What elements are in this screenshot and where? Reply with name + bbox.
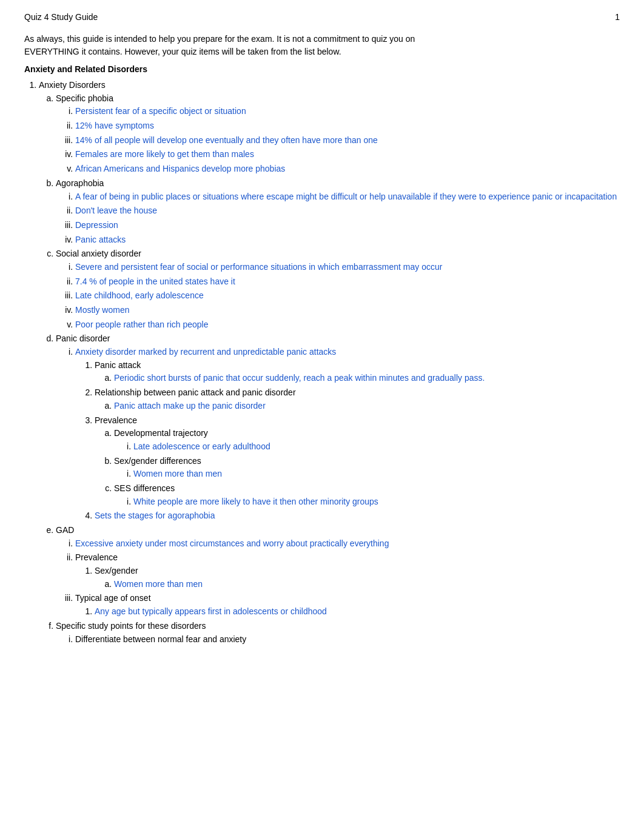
social-anxiety-items: Severe and persistent fear of social or … [56, 261, 620, 331]
list-item: Prevalence Sex/gender Women more than me… [75, 551, 620, 591]
sex-gender-subs: Women more than men [114, 468, 620, 481]
list-item-panic-disorder: Panic disorder Anxiety disorder marked b… [56, 332, 620, 523]
list-item: 12% have symptoms [75, 119, 620, 133]
list-item-specific-phobia: Specific phobia Persistent fear of a spe… [56, 92, 620, 176]
prevalence-subs: Developmental trajectory Late adolescenc… [95, 427, 620, 508]
intro-text: As always, this guide is intended to hel… [24, 33, 620, 58]
list-item: Late adolescence or early adulthood [133, 440, 620, 454]
list-item-anxiety-disorders: Anxiety Disorders Specific phobia Persis… [39, 79, 620, 646]
page-number: 1 [615, 12, 620, 22]
list-item: Anxiety disorder marked by recurrent and… [75, 346, 620, 523]
list-item: Relationship between panic attack and pa… [95, 386, 620, 412]
list-item: Women more than men [114, 578, 620, 591]
list-item-social-anxiety: Social anxiety disorder Severe and persi… [56, 247, 620, 331]
list-item: African Americans and Hispanics develop … [75, 163, 620, 176]
list-item: Late childhood, early adolescence [75, 289, 620, 303]
list-item-agoraphobia: Agoraphobia A fear of being in public pl… [56, 177, 620, 246]
panic-disorder-items: Anxiety disorder marked by recurrent and… [56, 346, 620, 523]
list-item: Females are more likely to get them than… [75, 148, 620, 161]
list-item: Excessive anxiety under most circumstanc… [75, 537, 620, 551]
specific-phobia-items: Persistent fear of a specific object or … [56, 105, 620, 175]
gad-items: Excessive anxiety under most circumstanc… [56, 537, 620, 619]
list-item: 14% of all people will develop one event… [75, 134, 620, 147]
list-item: Prevalence Developmental trajectory Late… [95, 414, 620, 509]
ses-subs: White people are more likely to have it … [114, 495, 620, 509]
gad-prevalence: Sex/gender Women more than men [75, 565, 620, 591]
panic-attack-subs: Periodic short bursts of panic that occu… [95, 372, 620, 385]
dev-traj-subs: Late adolescence or early adulthood [114, 440, 620, 454]
list-item: White people are more likely to have it … [133, 495, 620, 509]
main-list: Anxiety Disorders Specific phobia Persis… [24, 79, 620, 646]
list-item: Developmental trajectory Late adolescenc… [114, 427, 620, 453]
gad-age-onset: Any age but typically appears first in a… [75, 605, 620, 619]
list-item: SES differences White people are more li… [114, 482, 620, 508]
list-item: Sex/gender Women more than men [95, 565, 620, 591]
list-item: Any age but typically appears first in a… [95, 605, 620, 619]
list-item: Sets the stages for agoraphobia [95, 509, 620, 523]
list-item: Mostly women [75, 304, 620, 317]
list-item: Sex/gender differences Women more than m… [114, 455, 620, 481]
list-item: Panic attacks [75, 233, 620, 247]
list-item: 7.4 % of people in the united states hav… [75, 275, 620, 289]
panic-disorder-subnums: Panic attack Periodic short bursts of pa… [75, 359, 620, 523]
study-points-items: Differentiate between normal fear and an… [56, 633, 620, 646]
gad-sex-gender: Women more than men [95, 578, 620, 591]
list-item: Severe and persistent fear of social or … [75, 261, 620, 274]
list-item: A fear of being in public places or situ… [75, 190, 620, 204]
list-item: Typical age of onset Any age but typical… [75, 592, 620, 618]
list-item: Periodic short bursts of panic that occu… [114, 372, 620, 385]
section-heading: Anxiety and Related Disorders [24, 64, 620, 74]
list-item: Depression [75, 219, 620, 232]
relationship-subs: Panic attach make up the panic disorder [95, 400, 620, 413]
list-item: Differentiate between normal fear and an… [75, 633, 620, 646]
list-item: Poor people rather than rich people [75, 318, 620, 332]
list-item-study-points: Specific study points for these disorder… [56, 620, 620, 646]
list-item: Women more than men [133, 468, 620, 481]
list-item: Panic attack Periodic short bursts of pa… [95, 359, 620, 385]
agoraphobia-items: A fear of being in public places or situ… [56, 190, 620, 247]
list-item: Don't leave the house [75, 204, 620, 218]
list-item: Persistent fear of a specific object or … [75, 105, 620, 118]
list-item-gad: GAD Excessive anxiety under most circums… [56, 524, 620, 619]
page-title: Quiz 4 Study Guide [24, 12, 98, 22]
sub-list-a: Specific phobia Persistent fear of a spe… [39, 92, 620, 646]
list-item: Panic attach make up the panic disorder [114, 400, 620, 413]
